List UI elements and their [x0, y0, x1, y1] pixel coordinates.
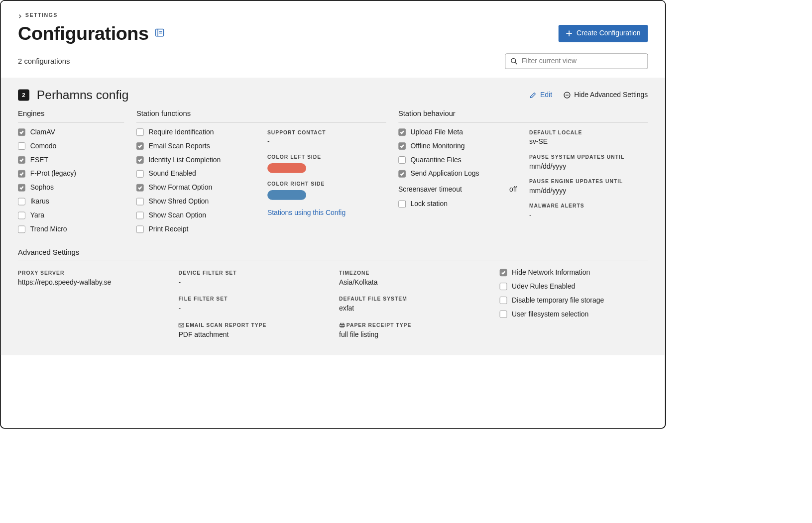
checkbox-icon [398, 170, 406, 178]
station-behaviour-label: Upload File Meta [411, 128, 463, 136]
checkbox-icon [398, 201, 406, 208]
checkbox-icon [18, 128, 25, 136]
station-function-checkbox[interactable]: Require Identification [136, 128, 255, 136]
checkbox-icon [136, 156, 144, 164]
configurations-icon [154, 27, 165, 40]
station-function-checkbox[interactable]: Show Scan Option [136, 211, 255, 219]
station-function-checkbox[interactable]: Show Format Option [136, 184, 255, 192]
checkbox-icon [18, 170, 25, 178]
station-function-checkbox[interactable]: Show Shred Option [136, 198, 255, 206]
pause-engine-label: Pause Engine Updates Until [529, 179, 648, 184]
timezone-value: Asia/Kolkata [339, 278, 487, 286]
search-icon [510, 58, 518, 65]
chevron-right-icon [18, 13, 22, 17]
station-behaviour-checkbox[interactable]: Upload File Meta [398, 128, 517, 136]
checkbox-icon [18, 156, 25, 164]
hide-advanced-button[interactable]: Hide Advanced Settings [564, 91, 648, 99]
screensaver-label: Screensaver timeout [398, 185, 462, 193]
printer-icon [339, 323, 345, 328]
engine-checkbox[interactable]: ClamAV [18, 128, 124, 136]
default-locale-value: sv-SE [529, 138, 648, 146]
paper-receipt-value: full file listing [339, 330, 487, 338]
checkbox-icon [18, 225, 25, 233]
station-behaviour-checkbox[interactable]: Quarantine Files [398, 156, 517, 164]
default-fs-label: Default File System [339, 296, 487, 302]
engine-label: F-Prot (legacy) [30, 170, 76, 178]
svg-rect-0 [156, 29, 164, 36]
engine-label: Yara [30, 211, 44, 219]
engine-label: ESET [30, 156, 48, 164]
support-contact-value: - [267, 138, 386, 146]
create-configuration-label: Create Configuration [577, 29, 641, 37]
station-function-label: Print Receipt [148, 225, 188, 233]
lock-station-checkbox[interactable]: Lock station [398, 200, 517, 208]
lock-station-label: Lock station [411, 200, 448, 208]
station-function-checkbox[interactable]: Email Scan Reports [136, 142, 255, 150]
edit-label: Edit [540, 91, 552, 99]
color-right-label: Color Right Side [267, 181, 386, 187]
checkbox-icon [136, 212, 144, 219]
engine-checkbox[interactable]: Trend Micro [18, 225, 124, 233]
malware-alerts-label: Malware Alerts [529, 203, 648, 209]
engine-checkbox[interactable]: Yara [18, 211, 124, 219]
file-filter-value: - [179, 305, 327, 313]
svg-rect-13 [340, 324, 345, 326]
station-function-checkbox[interactable]: Identity List Completion [136, 156, 255, 164]
stations-using-config-link[interactable]: Stations using this Config [267, 209, 386, 217]
checkbox-icon [499, 297, 507, 304]
edit-icon [530, 92, 537, 99]
station-behaviour-label: Quarantine Files [411, 156, 462, 164]
engine-checkbox[interactable]: Ikarus [18, 198, 124, 206]
advanced-checkbox[interactable]: Udev Rules Enabled [499, 282, 648, 290]
filter-input-wrap[interactable] [505, 53, 648, 69]
station-behaviour-checkbox[interactable]: Send Application Logs [398, 170, 517, 178]
advanced-checkbox[interactable]: Disable temporary file storage [499, 296, 648, 304]
station-function-label: Sound Enabled [148, 170, 196, 178]
engine-label: Trend Micro [30, 225, 67, 233]
create-configuration-button[interactable]: Create Configuration [559, 25, 648, 42]
station-function-checkbox[interactable]: Print Receipt [136, 225, 255, 233]
engine-checkbox[interactable]: Sophos [18, 184, 124, 192]
edit-button[interactable]: Edit [530, 91, 552, 99]
station-function-checkbox[interactable]: Sound Enabled [136, 170, 255, 178]
checkbox-icon [499, 269, 507, 276]
checkbox-icon [398, 142, 406, 150]
station-function-label: Show Format Option [148, 184, 212, 192]
advanced-checkbox[interactable]: User filesystem selection [499, 310, 648, 318]
email-report-type-value: PDF attachment [179, 330, 327, 338]
station-function-label: Identity List Completion [148, 156, 221, 164]
engine-checkbox[interactable]: ESET [18, 156, 124, 164]
breadcrumb-settings[interactable]: SETTINGS [25, 12, 58, 18]
engine-checkbox[interactable]: Comodo [18, 142, 124, 150]
svg-point-6 [511, 58, 516, 63]
checkbox-icon [499, 311, 507, 318]
station-function-label: Show Shred Option [148, 198, 209, 206]
support-contact-label: Support Contact [267, 130, 386, 135]
engine-label: ClamAV [30, 128, 55, 136]
plus-icon [566, 30, 573, 37]
advanced-checkbox[interactable]: Hide Network Information [499, 269, 648, 277]
mail-icon [179, 323, 184, 328]
page-title: Configurations [18, 22, 148, 44]
breadcrumb[interactable]: SETTINGS [18, 12, 648, 18]
checkbox-icon [136, 142, 144, 150]
checkbox-icon [398, 128, 406, 136]
pause-system-label: Pause System Updates Until [529, 154, 648, 160]
engine-label: Comodo [30, 142, 57, 150]
checkbox-icon [18, 184, 25, 192]
advanced-section: Advanced Settings Proxy Server https://r… [18, 248, 648, 339]
advanced-label: User filesystem selection [512, 310, 588, 318]
station-functions-title: Station functions [136, 109, 386, 122]
filter-input[interactable] [522, 57, 643, 65]
engine-checkbox[interactable]: F-Prot (legacy) [18, 170, 124, 178]
proxy-label: Proxy Server [18, 270, 166, 276]
default-locale-label: Default Locale [529, 130, 648, 135]
station-behaviour-checkbox[interactable]: Offline Monitoring [398, 142, 517, 150]
minus-circle-icon [564, 92, 571, 99]
checkbox-icon [136, 225, 144, 233]
station-behaviour-label: Offline Monitoring [411, 142, 465, 150]
engines-section: Engines ClamAVComodoESETF-Prot (legacy)S… [18, 109, 124, 233]
engine-label: Ikarus [30, 198, 49, 206]
proxy-value: https://repo.speedy-wallaby.se [18, 278, 166, 286]
checkbox-icon [18, 198, 25, 206]
